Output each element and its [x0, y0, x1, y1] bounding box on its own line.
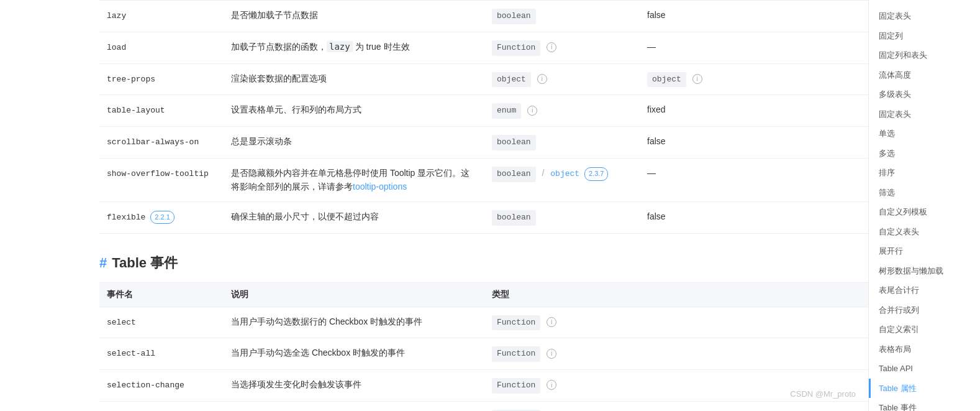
- version-badge: 2.2.1: [150, 211, 174, 224]
- table-row: load 加载子节点数据的函数，lazy 为 true 时生效 Function…: [99, 32, 955, 63]
- prop-name: flexible: [107, 213, 145, 222]
- event-name: select: [107, 318, 136, 327]
- table-row: cell-mouse-enter 当单元格 hover 进入时会触发该事件 Fu…: [99, 401, 955, 411]
- type-badge-object: object: [550, 168, 579, 181]
- prop-description: 确保主轴的最小尺寸，以便不超过内容: [231, 211, 379, 221]
- type-badge-boolean: boolean: [492, 167, 536, 182]
- events-table-header: 事件名 说明 类型: [99, 282, 955, 307]
- table-row: lazy 是否懒加载子节点数据 boolean false: [99, 1, 955, 32]
- prop-description: 是否懒加载子节点数据: [231, 10, 318, 20]
- sidebar-item-table-layout[interactable]: 表格布局: [869, 339, 980, 359]
- type-badge: boolean: [492, 9, 536, 24]
- event-type: Function: [492, 315, 540, 331]
- info-icon[interactable]: i: [547, 42, 556, 52]
- type-badge: boolean: [492, 135, 536, 150]
- events-title-text: Table 事件: [112, 254, 178, 272]
- event-description: 当用户手动勾选全选 Checkbox 时触发的事件: [231, 348, 405, 358]
- tooltip-options-link[interactable]: tooltip-options: [353, 182, 407, 192]
- type-badge: Function: [492, 40, 540, 56]
- sidebar: 固定表头 固定列 固定列和表头 流体高度 多级表头 固定表头 单选 多选 排序 …: [868, 0, 980, 411]
- sidebar-item-custom-index[interactable]: 自定义索引: [869, 320, 980, 339]
- sidebar-item-fixed-header-1[interactable]: 固定表头: [869, 6, 980, 26]
- default-value: false: [647, 136, 666, 146]
- info-icon[interactable]: i: [547, 317, 556, 327]
- info-icon[interactable]: i: [547, 349, 556, 359]
- sidebar-item-filter[interactable]: 筛选: [869, 183, 980, 203]
- prop-name: lazy: [107, 11, 126, 21]
- sidebar-item-fixed-col[interactable]: 固定列: [869, 26, 980, 46]
- version-badge: 2.3.7: [584, 167, 608, 181]
- default-value: object: [647, 72, 686, 88]
- sidebar-item-multi-select[interactable]: 多选: [869, 144, 980, 164]
- divider: /: [542, 168, 545, 178]
- sidebar-item-fluid-height[interactable]: 流体高度: [869, 65, 980, 85]
- info-icon[interactable]: i: [537, 74, 547, 84]
- prop-description: 设置表格单元、行和列的布局方式: [231, 104, 361, 114]
- table-row: show-overflow-tooltip 是否隐藏额外内容并在单元格悬停时使用…: [99, 158, 955, 201]
- type-badge: enum: [492, 103, 521, 119]
- default-value: false: [647, 10, 666, 20]
- default-value: —: [647, 42, 656, 52]
- sidebar-item-tree-data[interactable]: 树形数据与懒加载: [869, 261, 980, 281]
- default-value: —: [647, 168, 656, 178]
- event-name: select-all: [107, 349, 155, 358]
- sidebar-item-merge-rows-cols[interactable]: 合并行或列: [869, 300, 980, 320]
- default-value: false: [647, 211, 666, 221]
- sidebar-item-multi-header[interactable]: 多级表头: [869, 85, 980, 104]
- prop-name: table-layout: [107, 106, 165, 115]
- prop-name: tree-props: [107, 75, 155, 84]
- info-icon[interactable]: i: [527, 106, 537, 116]
- default-info-icon[interactable]: i: [692, 74, 702, 84]
- sidebar-item-custom-header[interactable]: 自定义表头: [869, 222, 980, 242]
- hash-symbol: #: [99, 255, 107, 271]
- table-row: flexible 2.2.1 确保主轴的最小尺寸，以便不超过内容 boolean…: [99, 201, 955, 233]
- info-icon[interactable]: i: [547, 380, 556, 390]
- prop-name: scrollbar-always-on: [107, 137, 199, 147]
- sidebar-item-expand-row[interactable]: 展开行: [869, 241, 980, 261]
- table-row: select 当用户手动勾选数据行的 Checkbox 时触发的事件 Funct…: [99, 307, 955, 338]
- table-row: select-all 当用户手动勾选全选 Checkbox 时触发的事件 Fun…: [99, 338, 955, 370]
- table-row: table-layout 设置表格单元、行和列的布局方式 enum i fixe…: [99, 95, 955, 127]
- table-row: tree-props 渲染嵌套数据的配置选项 object i object i: [99, 63, 955, 95]
- prop-name: load: [107, 43, 126, 52]
- event-type: Function: [492, 346, 540, 362]
- props-table: lazy 是否懒加载子节点数据 boolean false load 加载子: [99, 0, 955, 234]
- event-description: 当用户手动勾选数据行的 Checkbox 时触发的事件: [231, 316, 422, 326]
- prop-name: show-overflow-tooltip: [107, 169, 209, 178]
- events-section-title: # Table 事件: [99, 254, 955, 272]
- col-header-name: 事件名: [99, 282, 224, 307]
- sidebar-item-table-events[interactable]: Table 事件: [869, 398, 980, 411]
- prop-description: 是否隐藏额外内容并在单元格悬停时使用 Tooltip 显示它们。这将影响全部列的…: [231, 168, 470, 192]
- event-name: selection-change: [107, 381, 184, 390]
- table-row: selection-change 当选择项发生变化时会触发该事件 Functio…: [99, 370, 955, 402]
- sidebar-item-table-props[interactable]: Table 属性: [869, 379, 980, 399]
- col-header-description: 说明: [224, 282, 484, 307]
- sidebar-item-custom-col-template[interactable]: 自定义列模板: [869, 202, 980, 222]
- events-table: 事件名 说明 类型 select 当用户手动勾选数据行的 Checkbox 时触…: [99, 282, 955, 411]
- sidebar-item-fixed-col-header[interactable]: 固定列和表头: [869, 45, 980, 65]
- table-row: scrollbar-always-on 总是显示滚动条 boolean fals…: [99, 127, 955, 159]
- event-type: Function: [492, 378, 540, 394]
- type-badge: object: [492, 72, 531, 88]
- sidebar-item-table-api[interactable]: Table API: [869, 359, 980, 379]
- event-description: 当选择项发生变化时会触发该事件: [231, 379, 361, 389]
- sidebar-item-fixed-header-2[interactable]: 固定表头: [869, 104, 980, 124]
- sidebar-item-single-select[interactable]: 单选: [869, 124, 980, 144]
- sidebar-item-summary-row[interactable]: 表尾合计行: [869, 280, 980, 300]
- prop-description: 加载子节点数据的函数，lazy 为 true 时生效: [231, 41, 410, 52]
- default-value: fixed: [647, 104, 666, 114]
- main-content: lazy 是否懒加载子节点数据 boolean false load 加载子: [0, 0, 980, 411]
- sidebar-item-sort[interactable]: 排序: [869, 163, 980, 183]
- prop-description: 总是显示滚动条: [231, 136, 292, 146]
- prop-description: 渲染嵌套数据的配置选项: [231, 73, 327, 83]
- type-badge: boolean: [492, 210, 536, 226]
